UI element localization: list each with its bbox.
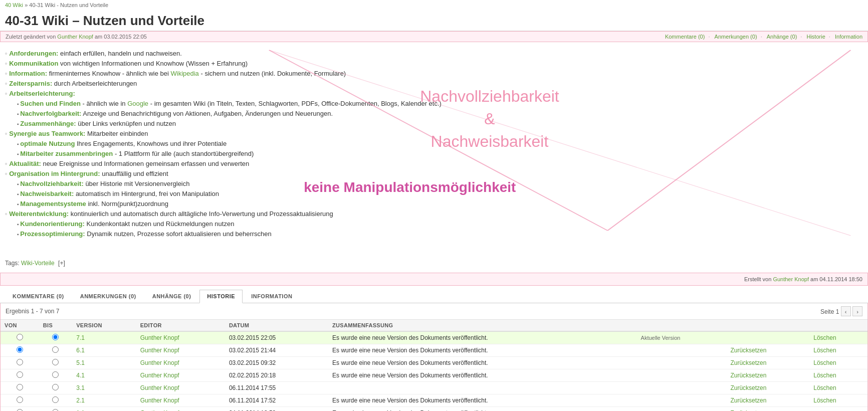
anmerkungen-link[interactable]: Anmerkungen (0) — [715, 34, 757, 40]
editor-cell: Gunther Knopf — [136, 394, 225, 407]
item-label: Information: — [9, 70, 47, 77]
table-row: 5.1 Gunther Knopf 03.02.2015 09:32 Es wu… — [1, 357, 867, 369]
extra-cell — [637, 344, 727, 357]
radio-von-6[interactable] — [1, 394, 39, 407]
radio-bis-6[interactable] — [39, 394, 72, 407]
created-prefix: Erstellt von — [744, 276, 771, 282]
zuruecksetzen-cell: Zurücksetzen — [726, 369, 809, 382]
zusammenfassung-cell: Es wurde eine neue Version des Dokuments… — [328, 331, 637, 344]
list-item: Prozessoptimierung: Dynamik nutzen, Proz… — [5, 230, 863, 238]
sub-list: Suchen und Finden - ähnlich wie in Googl… — [5, 100, 863, 127]
zuruecksetzen-link[interactable]: Zurücksetzen — [730, 397, 766, 404]
radio-von-7[interactable] — [1, 407, 39, 412]
item-label: Managementsysteme — [20, 200, 86, 208]
item-label: Prozessoptimierung: — [20, 230, 85, 238]
last-changed-meta: Zuletzt geändert von Gunther Knopf am 03… — [6, 34, 147, 40]
loeschen-link[interactable]: Löschen — [813, 372, 836, 379]
editor-link[interactable]: Gunther Knopf — [140, 372, 179, 379]
tab-historie[interactable]: HISTORIE — [199, 290, 243, 303]
list-item: Nachweisbarkeit: automatisch im Hintergr… — [5, 190, 863, 197]
col-von: VON — [1, 320, 39, 331]
wikipedia-link[interactable]: Wikipedia — [170, 70, 198, 77]
loeschen-cell: Löschen — [809, 344, 867, 357]
anhaenge-link[interactable]: Anhänge (0) — [767, 34, 797, 40]
item-label: Zeitersparnis: — [9, 80, 52, 87]
tab-anhaenge[interactable]: ANHÄNGE (0) — [145, 290, 199, 303]
radio-bis-3[interactable] — [39, 357, 72, 369]
radio-von-4[interactable] — [1, 369, 39, 382]
datum-cell: 03.02.2015 21:44 — [225, 344, 328, 357]
created-date: am 04.11.2014 18:50 — [810, 276, 862, 282]
information-link[interactable]: Information — [835, 34, 862, 40]
radio-bis-1[interactable] — [39, 331, 72, 344]
editor-cell: Gunther Knopf — [136, 382, 225, 394]
page-title: 40-31 Wiki – Nutzen und Vorteile — [0, 10, 868, 31]
radio-von-5[interactable] — [1, 382, 39, 394]
editor-link[interactable]: Gunther Knopf — [140, 397, 179, 404]
radio-von-1[interactable] — [1, 331, 39, 344]
zuruecksetzen-link[interactable]: Zurücksetzen — [730, 359, 766, 366]
loeschen-link[interactable]: Löschen — [813, 359, 836, 366]
created-author-link[interactable]: Gunther Knopf — [773, 276, 809, 282]
breadcrumb: 40 Wiki » 40-31 Wiki - Nutzen und Vortei… — [0, 0, 868, 10]
kommentare-link[interactable]: Kommentare (0) — [665, 34, 705, 40]
loeschen-link[interactable]: Löschen — [813, 347, 836, 354]
list-item: Synergie aus Teamwork: Mitarbeiter einbi… — [5, 130, 863, 157]
zusammenfassung-cell: Es wurde eine neue Version des Dokuments… — [328, 407, 637, 412]
table-header-row: VON BIS VERSION EDITOR DATUM ZUSAMMENFAS… — [1, 320, 867, 331]
item-label: Anforderungen: — [9, 50, 58, 57]
radio-von-2[interactable] — [1, 344, 39, 357]
editor-link[interactable]: Gunther Knopf — [140, 347, 179, 354]
list-item: Weiterentwicklung: kontinuierlich und au… — [5, 210, 863, 238]
version-cell: 7.1 — [72, 331, 136, 344]
list-item: Aktualität: neue Ereignisse und Informat… — [5, 160, 863, 167]
radio-bis-7[interactable] — [39, 407, 72, 412]
zuruecksetzen-link[interactable]: Zurücksetzen — [730, 347, 766, 354]
last-changed-author-link[interactable]: Gunther Knopf — [57, 34, 93, 40]
version-link[interactable]: 5.1 — [76, 359, 85, 366]
radio-bis-5[interactable] — [39, 382, 72, 394]
version-link[interactable]: 2.1 — [76, 397, 85, 404]
tab-kommentare[interactable]: KOMMENTARE (0) — [5, 290, 72, 303]
radio-bis-2[interactable] — [39, 344, 72, 357]
loeschen-link[interactable]: Löschen — [813, 334, 836, 341]
version-link[interactable]: 6.1 — [76, 347, 85, 354]
loeschen-link[interactable]: Löschen — [813, 397, 836, 404]
editor-link[interactable]: Gunther Knopf — [140, 384, 179, 391]
tag-wiki-vorteile[interactable]: Wiki-Vorteile — [21, 260, 55, 267]
version-cell: 4.1 — [72, 369, 136, 382]
editor-link[interactable]: Gunther Knopf — [140, 334, 179, 341]
version-link[interactable]: 4.1 — [76, 372, 85, 379]
page-nav: Seite 1 ‹ › — [820, 306, 862, 316]
prev-page-btn[interactable]: ‹ — [841, 306, 851, 316]
loeschen-link[interactable]: Löschen — [813, 384, 836, 391]
zuruecksetzen-link[interactable]: Zurücksetzen — [730, 384, 766, 391]
historie-link[interactable]: Historie — [806, 34, 825, 40]
last-changed-prefix: Zuletzt geändert von — [6, 34, 56, 40]
version-cell: 3.1 — [72, 382, 136, 394]
table-row: 1.1 Gunther Knopf 04.11.2014 18:50 Es wu… — [1, 407, 867, 412]
item-label: Aktualität: — [9, 160, 41, 167]
table-row: 6.1 Gunther Knopf 03.02.2015 21:44 Es wu… — [1, 344, 867, 357]
extra-cell — [637, 382, 727, 394]
google-link[interactable]: Google — [127, 100, 148, 107]
zuruecksetzen-link[interactable]: Zurücksetzen — [730, 372, 766, 379]
editor-cell: Gunther Knopf — [136, 344, 225, 357]
next-page-btn[interactable]: › — [852, 306, 862, 316]
version-link[interactable]: 7.1 — [76, 334, 85, 341]
item-label: Synergie aus Teamwork: — [9, 130, 85, 137]
zuruecksetzen-cell: Zurücksetzen — [726, 394, 809, 407]
breadcrumb-parent-link[interactable]: 40 Wiki — [5, 2, 23, 8]
list-item: Information: firmeninternes Knowhow - äh… — [5, 70, 863, 77]
version-link[interactable]: 3.1 — [76, 384, 85, 391]
radio-von-3[interactable] — [1, 357, 39, 369]
item-label: optimale Nutzung — [20, 140, 75, 147]
editor-link[interactable]: Gunther Knopf — [140, 359, 179, 366]
radio-bis-4[interactable] — [39, 369, 72, 382]
col-version: VERSION — [72, 320, 136, 331]
list-item: optimale Nutzung Ihres Engagements, Know… — [5, 140, 863, 147]
item-label: Nachweisbarkeit: — [20, 190, 74, 197]
tab-anmerkungen[interactable]: ANMERKUNGEN (0) — [73, 290, 144, 303]
content-area: Nachvollziehbarkeit & Nachweisbarkeit ke… — [0, 45, 868, 256]
tab-information[interactable]: INFORMATION — [244, 290, 300, 303]
